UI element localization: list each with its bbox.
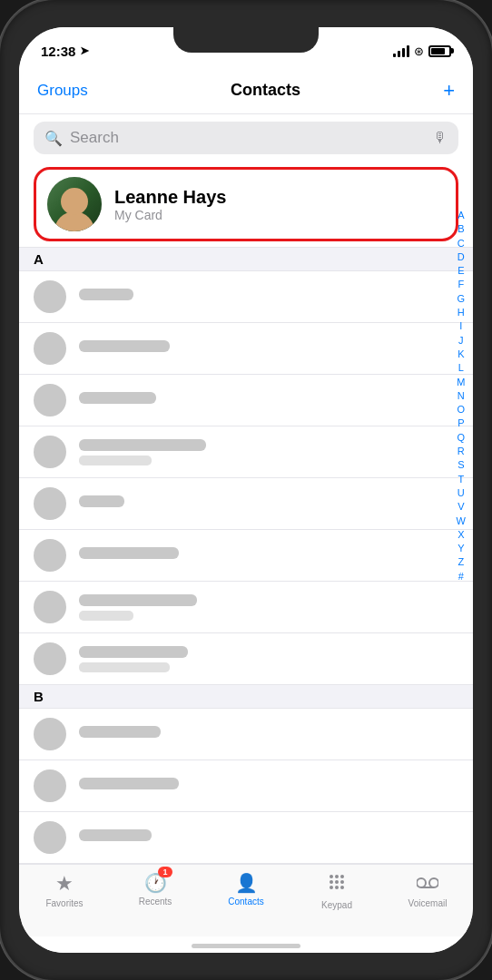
contact-avatar — [34, 591, 66, 623]
my-card-name: Leanne Hays — [114, 187, 445, 208]
tab-recents[interactable]: 🕐 1 Recents — [110, 872, 201, 906]
signal-bar-1 — [393, 54, 396, 57]
contact-avatar — [34, 821, 66, 854]
alphabet-index[interactable]: A B C D E F G H I J K L M N O P Q R S T … — [455, 209, 467, 583]
avatar-image — [47, 177, 102, 231]
home-bar — [192, 944, 300, 948]
alpha-u[interactable]: U — [455, 486, 467, 499]
favorites-label: Favorites — [45, 898, 83, 908]
microphone-icon[interactable]: 🎙 — [433, 130, 448, 146]
status-icons: ⊛ — [393, 44, 451, 58]
alpha-i[interactable]: I — [455, 319, 467, 332]
svg-point-4 — [335, 880, 339, 884]
alpha-f[interactable]: F — [455, 278, 467, 290]
groups-button[interactable]: Groups — [37, 82, 88, 100]
avatar-face — [61, 188, 88, 215]
recents-badge: 1 — [158, 867, 172, 877]
tab-bar: ★ Favorites 🕐 1 Recents 👤 Contacts — [19, 864, 473, 936]
svg-point-0 — [330, 875, 333, 878]
alpha-y[interactable]: Y — [455, 542, 467, 554]
alpha-a[interactable]: A — [455, 209, 467, 221]
contact-avatar — [34, 642, 66, 675]
list-item[interactable] — [19, 426, 473, 478]
alpha-p[interactable]: P — [455, 416, 467, 429]
list-item[interactable] — [19, 812, 473, 864]
alpha-n[interactable]: N — [455, 389, 467, 402]
alpha-e[interactable]: E — [455, 264, 467, 277]
contacts-icon-wrap: 👤 — [235, 872, 258, 894]
contact-avatar — [34, 769, 66, 802]
section-header-b: B — [19, 685, 473, 709]
contact-name-blur — [79, 289, 133, 300]
list-item[interactable] — [19, 375, 473, 426]
alpha-h[interactable]: H — [455, 306, 467, 318]
contact-text — [79, 340, 458, 357]
contacts-icon: 👤 — [235, 873, 258, 893]
wifi-icon: ⊛ — [414, 44, 424, 58]
tab-keypad[interactable]: Keypad — [291, 872, 382, 910]
avatar — [47, 177, 102, 231]
phone-frame: 12:38 ➤ ⊛ Groups Contacts + — [0, 0, 492, 980]
search-placeholder: Search — [70, 129, 426, 147]
list-item[interactable] — [19, 323, 473, 375]
section-header-a: A — [19, 248, 473, 271]
signal-bar-4 — [407, 45, 409, 57]
alpha-x[interactable]: X — [455, 528, 467, 541]
alpha-d[interactable]: D — [455, 250, 467, 263]
alpha-s[interactable]: S — [455, 458, 467, 471]
alpha-b[interactable]: B — [455, 222, 467, 235]
list-item[interactable] — [19, 530, 473, 582]
battery-icon — [428, 45, 451, 57]
list-item[interactable] — [19, 271, 473, 323]
contact-text — [79, 439, 458, 466]
alpha-q[interactable]: Q — [455, 431, 467, 444]
my-card-item[interactable]: Leanne Hays My Card — [34, 167, 458, 241]
alpha-m[interactable]: M — [455, 376, 467, 388]
alpha-hash[interactable]: # — [455, 570, 467, 583]
contact-sub-blur — [79, 456, 152, 466]
page-title: Contacts — [231, 81, 300, 100]
contact-name-blur — [79, 646, 188, 658]
alpha-w[interactable]: W — [455, 514, 467, 527]
search-input-wrap[interactable]: 🔍 Search 🎙 — [34, 122, 458, 154]
voicemail-icon — [417, 872, 438, 895]
svg-point-3 — [330, 880, 333, 884]
alpha-r[interactable]: R — [455, 445, 467, 457]
list-item[interactable] — [19, 478, 473, 530]
contact-text — [79, 778, 458, 794]
keypad-icon — [327, 874, 347, 897]
alpha-j[interactable]: J — [455, 334, 467, 347]
contact-avatar — [34, 280, 66, 313]
alpha-c[interactable]: C — [455, 237, 467, 250]
contact-text — [79, 594, 458, 621]
contact-name-blur — [79, 392, 156, 404]
svg-point-5 — [340, 880, 344, 884]
list-item[interactable] — [19, 633, 473, 685]
contact-name-blur — [79, 495, 124, 507]
list-item[interactable] — [19, 760, 473, 812]
contact-avatar — [34, 332, 66, 365]
alpha-g[interactable]: G — [455, 292, 467, 305]
contact-name-blur — [79, 829, 152, 841]
contact-text — [79, 289, 458, 305]
contact-name-blur — [79, 778, 179, 789]
alpha-z[interactable]: Z — [455, 555, 467, 568]
contact-sub-blur — [79, 662, 170, 672]
recents-icon-wrap: 🕐 1 — [144, 872, 167, 894]
alpha-k[interactable]: K — [455, 348, 467, 360]
alpha-t[interactable]: T — [455, 473, 467, 485]
tab-favorites[interactable]: ★ Favorites — [19, 872, 110, 908]
list-item[interactable] — [19, 709, 473, 760]
add-contact-button[interactable]: + — [443, 79, 455, 103]
alpha-v[interactable]: V — [455, 500, 467, 513]
tab-contacts[interactable]: 👤 Contacts — [201, 872, 291, 906]
my-card-subtitle: My Card — [114, 208, 445, 222]
list-item[interactable] — [19, 582, 473, 633]
alpha-o[interactable]: O — [455, 403, 467, 416]
contacts-list: A — [19, 248, 473, 864]
search-icon: 🔍 — [44, 130, 63, 147]
tab-voicemail[interactable]: Voicemail — [382, 872, 473, 908]
contacts-label: Contacts — [228, 897, 263, 906]
alpha-l[interactable]: L — [455, 361, 467, 374]
keypad-icon-wrap — [327, 872, 347, 897]
